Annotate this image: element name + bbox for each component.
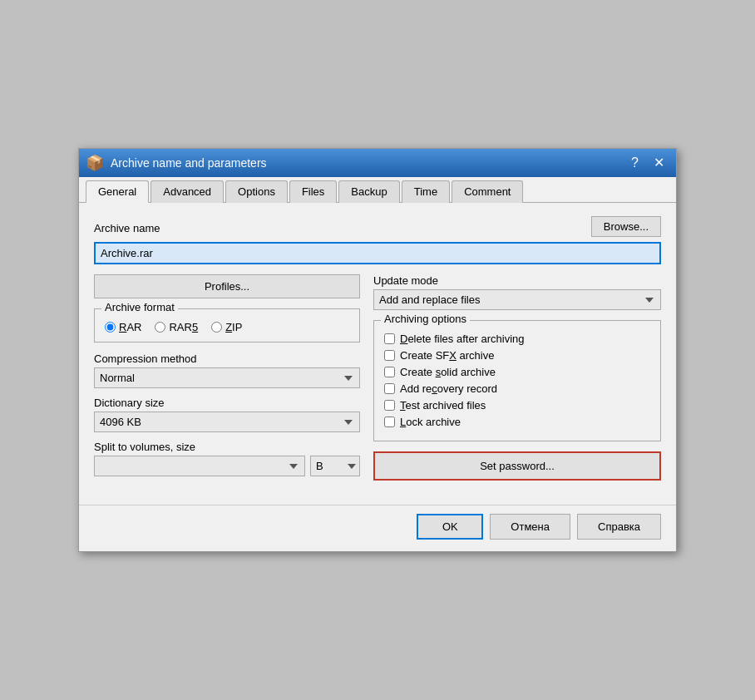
checkbox-test-files[interactable]: Test archived files xyxy=(384,399,650,412)
radio-zip[interactable]: ZIP xyxy=(211,321,242,333)
window-icon: 📦 xyxy=(86,154,104,172)
tab-options[interactable]: Options xyxy=(225,180,288,203)
checkbox-add-recovery-label: Add recovery record xyxy=(400,382,497,395)
compression-label: Compression method xyxy=(94,352,360,365)
archive-name-label: Archive name xyxy=(94,222,160,234)
tab-general[interactable]: General xyxy=(86,180,149,203)
browse-button[interactable]: Browse... xyxy=(591,216,661,237)
split-value-select[interactable] xyxy=(94,456,305,476)
split-label: Split to volumes, size xyxy=(94,441,360,453)
title-controls: ? ✕ xyxy=(626,155,669,171)
update-mode-section: Update mode Add and replace files Update… xyxy=(373,274,661,310)
tab-files[interactable]: Files xyxy=(289,180,337,203)
checkbox-delete-files-label: Delete files after archiving xyxy=(400,333,525,345)
archive-format-title: Archive format xyxy=(101,301,178,313)
split-row: B KB MB GB xyxy=(94,456,360,476)
close-button[interactable]: ✕ xyxy=(649,155,669,171)
dialog: 📦 Archive name and parameters ? ✕ Genera… xyxy=(78,148,677,552)
help-button[interactable]: Справка xyxy=(577,514,661,540)
checkbox-add-recovery[interactable]: Add recovery record xyxy=(384,382,650,395)
archiving-options-group: Archiving options Delete files after arc… xyxy=(373,320,661,441)
tab-advanced[interactable]: Advanced xyxy=(151,180,224,203)
cancel-button[interactable]: Отмена xyxy=(490,514,570,540)
archive-name-header: Archive name Browse... xyxy=(94,216,661,237)
compression-select[interactable]: Store Fastest Fast Normal Good Best xyxy=(94,367,360,388)
tab-bar: General Advanced Options Files Backup Ti… xyxy=(79,177,676,203)
archive-format-group: Archive format RAR RAR5 ZIP xyxy=(94,308,360,343)
dictionary-select[interactable]: 128 KB 256 KB 512 KB 1024 KB 2048 KB 409… xyxy=(94,412,360,432)
update-mode-select[interactable]: Add and replace files Update and add fil… xyxy=(373,289,661,310)
radio-rar5-label: RAR5 xyxy=(169,321,198,333)
checkbox-create-solid[interactable]: Create solid archive xyxy=(384,366,650,378)
right-column: Update mode Add and replace files Update… xyxy=(373,274,661,485)
split-unit-select[interactable]: B KB MB GB xyxy=(310,456,360,476)
window-title: Archive name and parameters xyxy=(111,156,267,170)
checkbox-delete-files[interactable]: Delete files after archiving xyxy=(384,333,650,345)
checkbox-lock-archive[interactable]: Lock archive xyxy=(384,416,650,428)
split-section: Split to volumes, size B KB MB GB xyxy=(94,441,360,476)
title-bar-left: 📦 Archive name and parameters xyxy=(86,154,267,172)
archiving-options-list: Delete files after archiving Create SFX … xyxy=(384,333,650,428)
set-password-button[interactable]: Set password... xyxy=(373,451,661,481)
main-two-col: Profiles... Archive format RAR RAR5 xyxy=(94,274,661,485)
radio-rar5[interactable]: RAR5 xyxy=(155,321,198,333)
profiles-button[interactable]: Profiles... xyxy=(94,274,360,298)
compression-section: Compression method Store Fastest Fast No… xyxy=(94,352,360,388)
tab-time[interactable]: Time xyxy=(402,180,450,203)
checkbox-create-sfx-label: Create SFX archive xyxy=(400,349,494,362)
checkbox-lock-archive-label: Lock archive xyxy=(400,416,461,428)
radio-rar-label: RAR xyxy=(119,321,141,333)
radio-rar[interactable]: RAR xyxy=(105,321,141,333)
bottom-buttons: OK Отмена Справка xyxy=(79,505,676,551)
checkbox-create-solid-label: Create solid archive xyxy=(400,366,496,378)
title-bar: 📦 Archive name and parameters ? ✕ xyxy=(79,149,676,177)
left-column: Profiles... Archive format RAR RAR5 xyxy=(94,274,360,485)
help-icon-button[interactable]: ? xyxy=(626,155,644,171)
checkbox-test-files-label: Test archived files xyxy=(400,399,486,412)
radio-zip-label: ZIP xyxy=(225,321,242,333)
archive-format-radio-row: RAR RAR5 ZIP xyxy=(105,321,349,333)
archiving-options-title: Archiving options xyxy=(381,313,470,325)
archive-name-input[interactable]: Archive.rar xyxy=(94,242,661,264)
dictionary-label: Dictionary size xyxy=(94,397,360,409)
ok-button[interactable]: OK xyxy=(417,514,483,540)
main-content: Archive name Browse... Archive.rar Profi… xyxy=(79,203,676,505)
checkbox-create-sfx[interactable]: Create SFX archive xyxy=(384,349,650,362)
tab-comment[interactable]: Comment xyxy=(452,180,523,203)
update-mode-label: Update mode xyxy=(373,274,661,287)
tab-backup[interactable]: Backup xyxy=(338,180,399,203)
dictionary-section: Dictionary size 128 KB 256 KB 512 KB 102… xyxy=(94,397,360,432)
